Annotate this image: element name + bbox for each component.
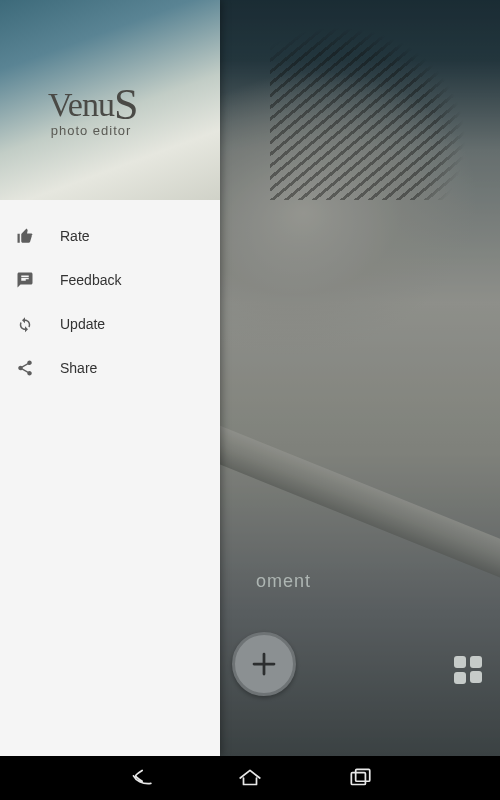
plus-icon — [249, 649, 279, 679]
drawer-item-feedback[interactable]: Feedback — [0, 258, 220, 302]
back-icon — [127, 765, 153, 791]
drawer-menu: Rate Feedback Update — [0, 200, 220, 756]
home-icon — [237, 765, 263, 791]
app-name: Venus VenuS — [48, 76, 137, 127]
share-icon — [16, 359, 60, 377]
grid-dot-icon — [454, 672, 466, 684]
drawer-item-label: Feedback — [60, 272, 121, 288]
drawer-item-label: Update — [60, 316, 105, 332]
nav-back-button[interactable] — [120, 758, 160, 798]
apps-grid-button[interactable] — [454, 656, 482, 684]
navigation-drawer: Venus VenuS photo editor Rate — [0, 0, 220, 756]
drawer-item-share[interactable]: Share — [0, 346, 220, 390]
screen: oment Venus VenuS photo editor — [0, 0, 500, 800]
svg-rect-0 — [351, 773, 365, 785]
system-navbar — [0, 756, 500, 800]
content-area: oment Venus VenuS photo editor — [0, 0, 500, 756]
app-logo: Venus VenuS photo editor — [48, 76, 137, 138]
thumb-up-icon — [16, 227, 60, 245]
grid-dot-icon — [454, 656, 466, 668]
drawer-item-rate[interactable]: Rate — [0, 214, 220, 258]
grid-dot-icon — [470, 656, 482, 668]
nav-home-button[interactable] — [230, 758, 270, 798]
grid-dot-icon — [470, 671, 482, 683]
chat-icon — [16, 271, 60, 289]
svg-rect-1 — [356, 769, 370, 781]
nav-recent-button[interactable] — [340, 758, 380, 798]
drawer-header: Venus VenuS photo editor — [0, 0, 220, 200]
recent-apps-icon — [347, 765, 373, 791]
refresh-icon — [16, 315, 60, 333]
drawer-item-label: Share — [60, 360, 97, 376]
drawer-item-label: Rate — [60, 228, 90, 244]
drawer-item-update[interactable]: Update — [0, 302, 220, 346]
background-caption-fragment: oment — [256, 571, 311, 592]
add-button[interactable] — [232, 632, 296, 696]
